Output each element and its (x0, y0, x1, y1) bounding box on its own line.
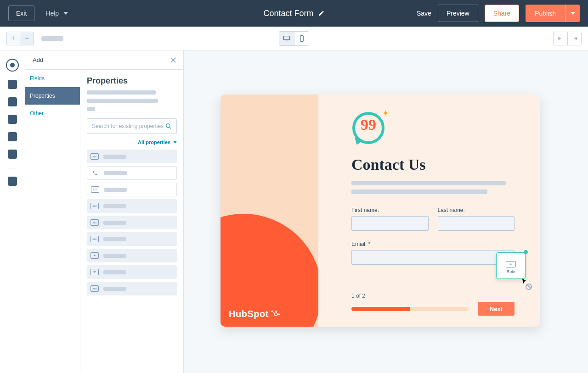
property-item[interactable]: abc (87, 199, 177, 213)
progress-bar (351, 307, 469, 311)
form-canvas[interactable]: HubSpot 99 ✦ Contact Us First name: (184, 50, 588, 373)
property-label-placeholder (103, 155, 126, 159)
help-menu[interactable]: Help (45, 10, 68, 17)
publish-button[interactable]: Publish (526, 5, 565, 22)
drag-card-label: Role (507, 269, 515, 274)
publish-group: Publish (526, 5, 580, 22)
email-label: Email: * (351, 241, 514, 247)
publish-menu-toggle[interactable] (565, 5, 580, 22)
property-item[interactable]: abc (87, 232, 177, 246)
form-right-panel: 99 ✦ Contact Us First name: Last name: (318, 95, 540, 327)
exit-button[interactable]: Exit (8, 6, 34, 21)
step-text: 1 of 2 (351, 293, 514, 299)
last-name-input[interactable] (438, 216, 515, 231)
property-search-input[interactable] (92, 123, 165, 129)
property-item[interactable]: abc (87, 282, 177, 295)
property-item[interactable]: abc (87, 150, 177, 163)
top-nav: Exit Help Contact Form Save Preview Shar… (0, 0, 588, 27)
text-field-icon: abc (506, 261, 516, 267)
help-label: Help (45, 10, 59, 17)
properties-title: Properties (87, 76, 177, 86)
redo-icon (571, 36, 578, 41)
page-title[interactable]: Contact Form (263, 9, 324, 18)
all-properties-filter[interactable]: All properties (87, 139, 177, 145)
form-preview-card: HubSpot 99 ✦ Contact Us First name: (220, 95, 540, 327)
property-item[interactable] (87, 265, 177, 279)
chevron-down-icon (63, 11, 68, 16)
description-placeholder (351, 189, 487, 194)
add-panel: Add Fields Properties Other Properties A… (25, 50, 184, 373)
property-label-placeholder (104, 171, 127, 175)
pencil-icon (318, 10, 325, 17)
category-fields[interactable]: Fields (25, 70, 80, 87)
property-label-placeholder (103, 254, 126, 258)
rail-item-2[interactable] (8, 80, 17, 89)
save-link[interactable]: Save (417, 10, 431, 17)
editor-toolbar: + − (0, 27, 588, 50)
category-other[interactable]: Other (25, 105, 80, 122)
dropdown-field-icon (90, 269, 99, 275)
dragging-property-card[interactable]: abc Role (496, 252, 526, 279)
chevron-down-icon (571, 11, 575, 16)
property-item[interactable]: 123 (87, 183, 177, 196)
description-placeholder (351, 181, 506, 185)
text-field-icon: abc (90, 203, 99, 209)
zoom-controls: + − (6, 32, 34, 45)
hubspot-logo: HubSpot (229, 309, 280, 319)
text-field-icon: abc (90, 285, 99, 292)
phone-icon (91, 170, 99, 176)
rail-item-4[interactable] (8, 115, 17, 124)
properties-pane: Properties All properties abc123abcabcab… (80, 70, 183, 373)
redo-button[interactable] (567, 32, 581, 45)
property-item[interactable] (87, 249, 177, 262)
undo-icon (557, 36, 564, 41)
rail-item-7[interactable] (8, 177, 17, 186)
property-item[interactable] (87, 166, 177, 180)
mobile-preview-button[interactable] (294, 32, 309, 45)
rail-item-3[interactable] (8, 97, 17, 106)
number-field-icon: 123 (91, 186, 99, 193)
share-button[interactable]: Share (485, 5, 519, 22)
chevron-down-icon (173, 140, 177, 144)
category-properties[interactable]: Properties (25, 87, 80, 105)
svg-rect-0 (283, 36, 289, 39)
svg-rect-1 (300, 35, 303, 41)
rail-item-5[interactable] (8, 132, 17, 141)
rail-separator (6, 168, 18, 168)
placeholder-line (87, 107, 95, 111)
form-heading: Contact Us (351, 156, 514, 173)
property-label-placeholder (103, 237, 126, 241)
svg-point-2 (166, 124, 170, 128)
property-label-placeholder (103, 287, 126, 291)
property-label-placeholder (103, 270, 126, 274)
zoom-out-button[interactable]: − (20, 32, 34, 45)
dropdown-field-icon (90, 252, 99, 259)
form-left-panel: HubSpot (220, 95, 318, 327)
svg-point-6 (271, 310, 273, 312)
property-item[interactable]: abc (87, 216, 177, 229)
mobile-icon (298, 35, 305, 42)
next-button[interactable]: Next (478, 302, 514, 316)
tool-rail (0, 50, 25, 373)
zoom-in-button[interactable]: + (6, 32, 20, 45)
property-list: abc123abcabcabcabc (87, 150, 177, 295)
page-title-text: Contact Form (263, 9, 313, 18)
desktop-icon (283, 35, 290, 42)
not-allowed-icon (526, 284, 532, 290)
undo-button[interactable] (554, 32, 567, 45)
rail-item-6[interactable] (8, 150, 17, 159)
text-field-icon: abc (90, 153, 99, 160)
desktop-preview-button[interactable] (279, 32, 294, 45)
quote-bubble-icon: 99 ✦ (351, 110, 386, 146)
first-name-label: First name: (351, 207, 429, 213)
zoom-level-placeholder (41, 36, 63, 41)
rail-add[interactable] (6, 59, 19, 72)
last-name-label: Last name: (438, 207, 515, 213)
property-search[interactable] (87, 118, 177, 134)
email-input[interactable] (351, 250, 514, 265)
panel-title: Add (33, 56, 43, 63)
close-icon[interactable] (170, 57, 176, 63)
first-name-input[interactable] (351, 216, 429, 231)
drag-grip-icon (506, 258, 516, 259)
preview-button[interactable]: Preview (438, 5, 478, 22)
